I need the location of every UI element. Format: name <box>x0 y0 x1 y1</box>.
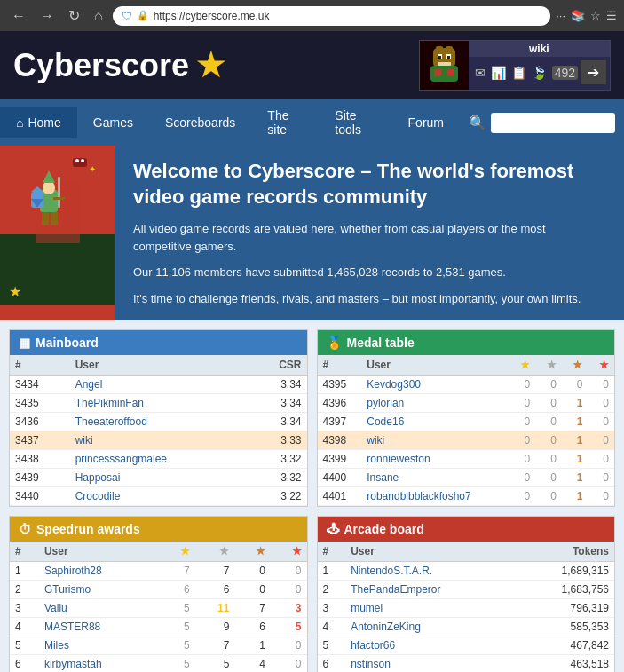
reload-button[interactable]: ↻ <box>64 5 84 26</box>
user-cell[interactable]: Theeateroffood <box>70 413 249 431</box>
tokens-cell: 585,353 <box>516 618 614 636</box>
user-cell[interactable]: princesssangmalee <box>70 450 249 469</box>
user-cell[interactable]: ThePandaEmperor <box>345 581 516 599</box>
hero-title: Welcome to Cyberscore – The world's fore… <box>133 159 606 210</box>
user-link[interactable]: Theeateroffood <box>75 415 147 428</box>
user-cell[interactable]: mumei <box>345 599 516 618</box>
clipboard-icon[interactable]: 📋 <box>509 66 529 80</box>
silver-cell: 0 <box>535 394 562 413</box>
user-cell[interactable]: wiki <box>361 431 509 450</box>
user-link[interactable]: Happosai <box>75 471 121 484</box>
user-link[interactable]: Insane <box>367 471 399 484</box>
table-row: 3437 wiki 3.33 <box>10 431 307 450</box>
silver-cell: 0 <box>535 450 562 469</box>
table-row: 3440 Crocodile 3.22 <box>10 487 307 506</box>
gold-cell: 5 <box>159 655 195 672</box>
nav-home[interactable]: ⌂ Home <box>0 107 77 138</box>
user-link[interactable]: Saphiroth28 <box>44 565 102 577</box>
user-link[interactable]: Miles <box>44 639 69 652</box>
user-link[interactable]: kirbymastah <box>44 658 102 670</box>
search-area: 🔍 <box>460 108 624 138</box>
total-cell: 0 <box>271 581 307 599</box>
user-cell[interactable]: Happosai <box>70 469 249 487</box>
user-link[interactable]: GTurismo <box>44 583 91 596</box>
user-link[interactable]: MASTER88 <box>44 621 100 633</box>
notification-badge[interactable]: 492 <box>552 66 578 80</box>
nav-the-site[interactable]: The site <box>251 99 319 146</box>
user-link[interactable]: wiki <box>75 434 93 447</box>
user-link[interactable]: princesssangmalee <box>75 453 167 465</box>
svg-rect-11 <box>447 69 454 76</box>
user-cell[interactable]: Crocodile <box>70 487 249 506</box>
user-link[interactable]: ThePandaEmperor <box>351 583 440 596</box>
chart-icon[interactable]: 📊 <box>488 66 509 80</box>
user-cell[interactable]: nstinson <box>345 655 516 672</box>
menu-icon[interactable]: ☰ <box>606 9 617 22</box>
more-button[interactable]: ··· <box>556 9 565 22</box>
speedrun-col-rank: # <box>10 542 39 562</box>
medal-icon: 🏅 <box>327 336 342 350</box>
user-link[interactable]: nstinson <box>351 658 391 670</box>
user-link[interactable]: hfactor66 <box>351 639 395 652</box>
user-cell[interactable]: ronnieweston <box>361 450 509 469</box>
address-bar[interactable]: 🛡 🔒 https://cyberscore.me.uk <box>113 6 550 26</box>
user-cell[interactable]: kirbymastah <box>39 655 159 672</box>
home-button[interactable]: ⌂ <box>90 6 107 26</box>
user-cell[interactable]: Code16 <box>361 413 509 431</box>
mail-icon[interactable]: ✉ <box>472 66 488 80</box>
logout-button[interactable]: ➔ <box>581 60 606 84</box>
user-cell[interactable]: NintendoS.T.A.R. <box>345 562 516 581</box>
user-link[interactable]: mumei <box>351 602 383 614</box>
user-link[interactable]: Vallu <box>44 602 67 614</box>
user-cell[interactable]: Miles <box>39 636 159 655</box>
rank-cell: 3439 <box>10 469 70 487</box>
user-cell[interactable]: Angel <box>70 376 249 394</box>
forward-button[interactable]: → <box>36 6 59 26</box>
nav-games[interactable]: Games <box>77 107 149 138</box>
user-cell[interactable]: hfactor66 <box>345 636 516 655</box>
user-link[interactable]: wiki <box>367 434 384 447</box>
user-cell[interactable]: wiki <box>70 431 249 450</box>
username-label: wiki <box>469 41 610 57</box>
user-link[interactable]: NintendoS.T.A.R. <box>351 565 432 577</box>
tokens-cell: 467,842 <box>516 636 614 655</box>
nav-scoreboards[interactable]: Scoreboards <box>149 107 251 138</box>
nav-forum[interactable]: Forum <box>392 107 460 138</box>
user-link[interactable]: Kevdog300 <box>367 378 421 391</box>
user-cell[interactable]: Vallu <box>39 599 159 618</box>
bookmark-star-icon[interactable]: ☆ <box>590 9 601 22</box>
user-icons-row: ✉ 📊 📋 🍃 492 ➔ <box>469 57 610 88</box>
svg-text:✦: ✦ <box>89 164 96 174</box>
score-cell: 3.33 <box>249 431 306 450</box>
table-row: 3439 Happosai 3.32 <box>10 469 307 487</box>
search-input[interactable] <box>491 113 615 133</box>
user-link[interactable]: AntoninZeKing <box>351 621 421 633</box>
user-cell[interactable]: AntoninZeKing <box>345 618 516 636</box>
user-cell[interactable]: ThePikminFan <box>70 394 249 413</box>
user-cell[interactable]: Kevdog300 <box>361 376 509 394</box>
search-button[interactable]: 🔍 <box>469 115 486 131</box>
user-link[interactable]: Code16 <box>367 415 404 428</box>
user-cell[interactable]: Saphiroth28 <box>39 562 159 581</box>
user-cell[interactable]: robandbibblackfosho7 <box>361 487 509 506</box>
leaf-icon[interactable]: 🍃 <box>529 66 549 80</box>
svg-rect-7 <box>447 56 450 59</box>
user-link[interactable]: ronnieweston <box>367 453 430 465</box>
hero-image: ★ ✦ <box>0 146 115 320</box>
user-link[interactable]: Crocodile <box>75 490 121 502</box>
user-cell[interactable]: pylorian <box>361 394 509 413</box>
back-button[interactable]: ← <box>7 6 30 26</box>
user-cell[interactable]: GTurismo <box>39 581 159 599</box>
user-link[interactable]: robandbibblackfosho7 <box>367 490 470 502</box>
user-link[interactable]: ThePikminFan <box>75 397 144 409</box>
user-cell[interactable]: Insane <box>361 469 509 487</box>
tokens-cell: 796,319 <box>516 599 614 618</box>
user-cell[interactable]: MASTER88 <box>39 618 159 636</box>
bookmarks-icon[interactable]: 📚 <box>571 9 585 22</box>
user-link[interactable]: pylorian <box>367 397 404 409</box>
score-cell: 3.34 <box>249 413 306 431</box>
table-row: 5 hfactor66 467,842 <box>318 636 615 655</box>
user-link[interactable]: Angel <box>75 378 103 391</box>
nav-site-tools[interactable]: Site tools <box>319 99 391 146</box>
mainboard-col-user: User <box>70 355 249 376</box>
